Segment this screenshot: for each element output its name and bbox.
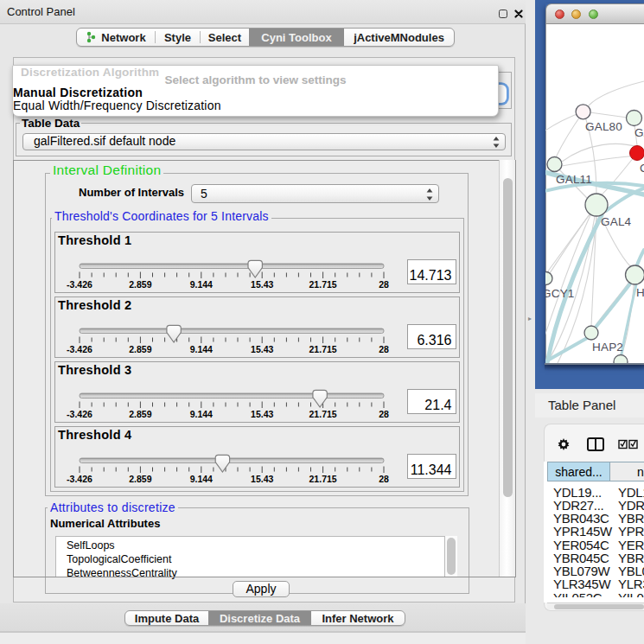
svg-text:HAP2: HAP2 bbox=[592, 341, 623, 354]
svg-text:28: 28 bbox=[379, 279, 389, 290]
svg-text:H: H bbox=[636, 286, 644, 299]
svg-text:2.859: 2.859 bbox=[129, 344, 151, 354]
svg-text:9.144: 9.144 bbox=[190, 474, 213, 484]
svg-text:-3.426: -3.426 bbox=[67, 474, 92, 484]
svg-text:28: 28 bbox=[379, 409, 389, 419]
svg-text:9.144: 9.144 bbox=[190, 409, 213, 419]
svg-text:15.43: 15.43 bbox=[251, 279, 273, 290]
svg-text:9.144: 9.144 bbox=[190, 279, 213, 290]
svg-text:21.715: 21.715 bbox=[309, 279, 337, 290]
svg-text:15.43: 15.43 bbox=[251, 344, 273, 354]
svg-text:-3.426: -3.426 bbox=[67, 344, 92, 354]
svg-text:15.43: 15.43 bbox=[251, 409, 273, 419]
svg-text:GAL11: GAL11 bbox=[556, 173, 592, 186]
svg-text:2.859: 2.859 bbox=[129, 279, 151, 290]
svg-text:-3.426: -3.426 bbox=[67, 409, 92, 419]
svg-text:2.859: 2.859 bbox=[129, 409, 151, 419]
svg-text:21.715: 21.715 bbox=[309, 409, 337, 419]
svg-text:21.715: 21.715 bbox=[309, 344, 337, 354]
svg-text:GA: GA bbox=[634, 126, 644, 139]
svg-text:GAL80: GAL80 bbox=[585, 120, 622, 133]
svg-text:9.144: 9.144 bbox=[190, 344, 213, 354]
svg-text:GCY1: GCY1 bbox=[545, 287, 575, 300]
svg-text:2.859: 2.859 bbox=[129, 474, 151, 484]
svg-text:15.43: 15.43 bbox=[251, 474, 273, 484]
svg-text:G: G bbox=[640, 162, 644, 175]
svg-text:-3.426: -3.426 bbox=[67, 279, 92, 290]
svg-text:28: 28 bbox=[379, 474, 389, 484]
svg-text:21.715: 21.715 bbox=[309, 474, 337, 484]
svg-text:GAL4: GAL4 bbox=[601, 215, 632, 228]
svg-text:28: 28 bbox=[379, 344, 389, 354]
